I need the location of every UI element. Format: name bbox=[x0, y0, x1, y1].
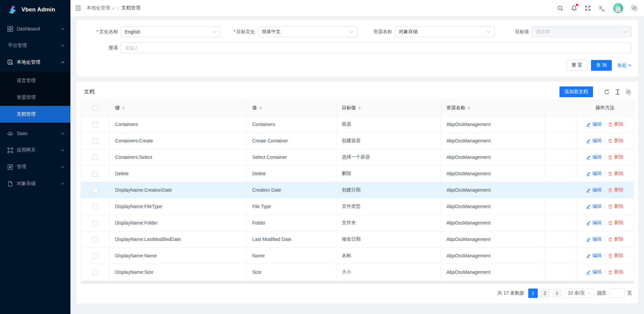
row-checkbox[interactable] bbox=[93, 155, 98, 160]
horizontal-scrollbar[interactable] bbox=[80, 281, 634, 284]
notification-badge bbox=[576, 4, 578, 6]
sidebar-item-object-storage[interactable]: 对象存储 bbox=[0, 176, 70, 191]
table-row[interactable]: DisplayName:FileTypeFile Type文件类型AbpOssM… bbox=[81, 198, 634, 215]
reset-button[interactable]: 重 置 bbox=[566, 60, 588, 71]
cell-resource: AbpOssManagement bbox=[441, 264, 545, 280]
row-checkbox[interactable] bbox=[93, 237, 98, 242]
page-size-select[interactable]: 10 条/页 bbox=[565, 289, 594, 298]
delete-button[interactable]: 删除 bbox=[608, 253, 624, 259]
search-icon[interactable] bbox=[557, 5, 563, 11]
sort-icon[interactable] bbox=[259, 106, 262, 110]
delete-button[interactable]: 删除 bbox=[608, 171, 624, 177]
edit-button[interactable]: 编辑 bbox=[586, 187, 602, 193]
sidebar-item-dashboard[interactable]: Dashboard bbox=[0, 21, 70, 36]
chevron-down-icon bbox=[61, 27, 64, 30]
delete-button[interactable]: 删除 bbox=[608, 220, 624, 226]
sidebar-item-gateway[interactable]: 应用网关 bbox=[0, 143, 70, 158]
pagination: 共 17 条数据 1 2 10 条/页 跳至 页 bbox=[80, 284, 634, 300]
row-checkbox[interactable] bbox=[93, 270, 98, 275]
cell-target: 文件类型 bbox=[336, 198, 441, 215]
sidebar-item-platform[interactable]: 平台管理 bbox=[0, 38, 70, 53]
sidebar-item-resource-management[interactable]: 资源管理 bbox=[0, 89, 70, 106]
refresh-icon[interactable] bbox=[604, 89, 610, 95]
column-header-value[interactable]: 值 bbox=[252, 105, 257, 111]
sidebar-item-document-management[interactable]: 文档管理 bbox=[0, 106, 70, 123]
edit-pencil-icon bbox=[586, 155, 591, 160]
cell-key: DisplayName:Size bbox=[110, 264, 247, 280]
row-checkbox[interactable] bbox=[93, 204, 98, 209]
edit-button[interactable]: 编辑 bbox=[586, 269, 602, 275]
query-button[interactable]: 查 询 bbox=[591, 60, 612, 71]
breadcrumb-parent[interactable]: 本地化管理 bbox=[87, 5, 115, 11]
add-document-button[interactable]: 添加新文档 bbox=[559, 86, 593, 97]
bell-icon[interactable] bbox=[571, 5, 577, 11]
edit-button[interactable]: 编辑 bbox=[586, 203, 602, 209]
delete-button[interactable]: 删除 bbox=[608, 138, 624, 144]
next-page-button[interactable] bbox=[552, 289, 562, 298]
column-height-icon[interactable] bbox=[615, 89, 620, 95]
column-header-resource[interactable]: 资源名称 bbox=[446, 105, 465, 111]
table-row[interactable]: Containers:SelectSelect Container选择一个容器A… bbox=[81, 149, 634, 166]
edit-button[interactable]: 编辑 bbox=[586, 253, 602, 259]
delete-button[interactable]: 删除 bbox=[608, 121, 624, 127]
page-button-1[interactable]: 1 bbox=[528, 289, 538, 298]
collapse-toggle[interactable]: 收起 bbox=[617, 62, 631, 68]
sidebar-item-management[interactable]: 管理 bbox=[0, 160, 70, 174]
cell-value: Creation Date bbox=[247, 182, 336, 198]
delete-button[interactable]: 删除 bbox=[608, 269, 624, 275]
select-all-checkbox[interactable] bbox=[93, 106, 98, 111]
row-checkbox[interactable] bbox=[93, 138, 98, 144]
sidebar-item-language-management[interactable]: 语言管理 bbox=[0, 72, 70, 89]
cell-key: Delete bbox=[110, 166, 247, 182]
avatar[interactable] bbox=[613, 3, 623, 13]
table-row[interactable]: ContainersContainers容器AbpOssManagement编辑… bbox=[81, 116, 634, 133]
resource-name-select[interactable]: 对象存储 bbox=[395, 26, 494, 37]
page-button-2[interactable]: 2 bbox=[540, 289, 550, 298]
sidebar-fold-icon[interactable] bbox=[75, 5, 81, 11]
row-checkbox[interactable] bbox=[93, 221, 98, 226]
translate-icon[interactable]: 文 A bbox=[599, 5, 605, 11]
edit-button[interactable]: 编辑 bbox=[586, 220, 602, 226]
settings-gear-icon[interactable] bbox=[631, 5, 637, 11]
column-header-key[interactable]: 键 bbox=[115, 105, 120, 111]
sort-icon[interactable] bbox=[358, 106, 361, 110]
row-checkbox[interactable] bbox=[93, 188, 98, 193]
edit-button[interactable]: 编辑 bbox=[586, 154, 602, 160]
culture-name-select[interactable]: English bbox=[121, 26, 220, 37]
target-culture-select[interactable]: 简体中文 bbox=[258, 26, 358, 37]
delete-button[interactable]: 删除 bbox=[608, 203, 624, 209]
fullscreen-icon[interactable] bbox=[585, 5, 591, 11]
edit-button[interactable]: 编辑 bbox=[586, 138, 602, 144]
jump-page-input[interactable] bbox=[609, 289, 625, 298]
table-row[interactable]: Containers:CreateCreate Container创建容器Abp… bbox=[81, 133, 634, 149]
edit-button[interactable]: 编辑 bbox=[586, 236, 602, 242]
table-row[interactable]: DisplayName:FolderFolder文件夹AbpOssManagem… bbox=[81, 215, 634, 231]
row-checkbox[interactable] bbox=[93, 122, 98, 127]
jump-label: 跳至 bbox=[597, 290, 606, 296]
delete-button[interactable]: 删除 bbox=[608, 187, 624, 193]
row-checkbox[interactable] bbox=[93, 171, 98, 177]
edit-button[interactable]: 编辑 bbox=[586, 121, 602, 127]
table-row[interactable]: DisplayName:CreationDateCreation Date创建日… bbox=[81, 182, 634, 198]
sort-icon[interactable] bbox=[468, 106, 470, 110]
table-row[interactable]: DisplayName:LastModifiedDateLast Modifie… bbox=[81, 231, 634, 248]
delete-button[interactable]: 删除 bbox=[608, 236, 624, 242]
delete-button[interactable]: 删除 bbox=[608, 154, 624, 160]
cell-empty bbox=[545, 116, 576, 133]
table-row[interactable]: DisplayName:NameName名称AbpOssManagement编辑… bbox=[81, 248, 634, 264]
cell-resource: AbpOssManagement bbox=[441, 182, 545, 198]
edit-button[interactable]: 编辑 bbox=[586, 171, 602, 177]
table-row[interactable]: DeleteDelete删除AbpOssManagement编辑删除 bbox=[81, 166, 634, 182]
table-settings-icon[interactable] bbox=[626, 89, 631, 95]
table-row[interactable]: DisplayName:SizeSize大小AbpOssManagement编辑… bbox=[81, 264, 634, 280]
sidebar-item-saas[interactable]: Saas bbox=[0, 126, 70, 141]
sidebar-item-localization[interactable]: A 本地化管理 bbox=[0, 55, 70, 70]
sort-icon[interactable] bbox=[122, 106, 125, 110]
row-checkbox[interactable] bbox=[93, 253, 98, 259]
app-logo[interactable]: Vben Admin bbox=[0, 0, 70, 19]
target-value-select[interactable]: 请选择 bbox=[532, 26, 632, 37]
cell-key: Containers bbox=[110, 116, 247, 133]
filter-panel: *文化名称 English *目标文化 简体中文 bbox=[76, 20, 638, 77]
search-input[interactable] bbox=[121, 43, 631, 53]
column-header-target[interactable]: 目标值 bbox=[342, 105, 356, 111]
